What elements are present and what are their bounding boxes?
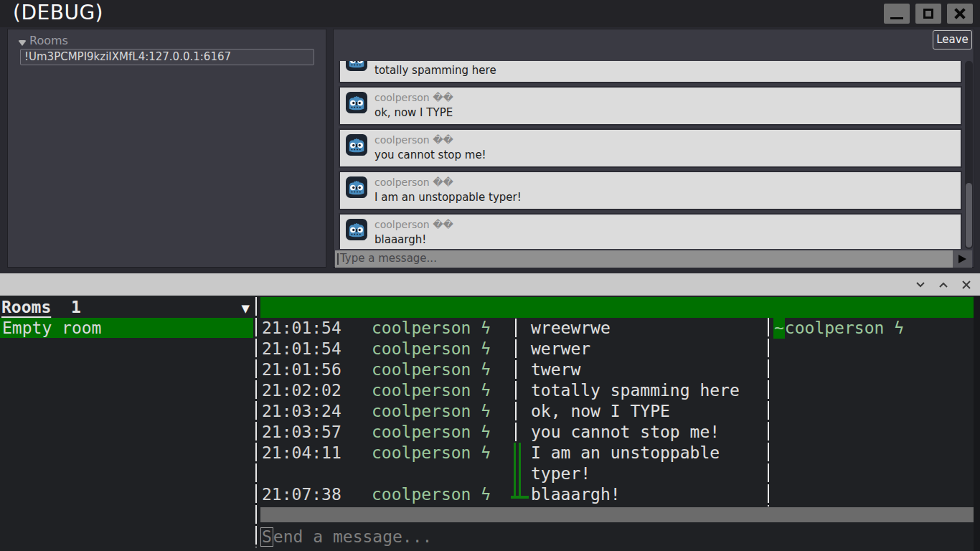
line-marker	[514, 463, 531, 484]
line-text: you cannot stop me!	[531, 422, 974, 443]
line-marker	[514, 359, 531, 380]
chevron-up-icon[interactable]	[937, 278, 950, 291]
terminal-line[interactable]: 21:01:56 coolperson ϟ twerw	[260, 359, 974, 380]
line-author: coolperson ϟ	[372, 401, 514, 422]
maximize-button[interactable]	[915, 4, 941, 24]
terminal-line[interactable]: 21:01:54 coolperson ϟ werwer	[260, 339, 974, 359]
chat-message-card[interactable]: coolperson �� blaaargh!	[339, 213, 962, 249]
minimize-button[interactable]	[884, 4, 910, 24]
message-text: ok, now I TYPE	[374, 105, 453, 121]
terminal-rooms-label: Rooms	[1, 298, 51, 316]
message-text: I am an unstoppable typer!	[374, 189, 522, 205]
text-caret	[337, 253, 339, 265]
chat-scrollbar[interactable]	[965, 61, 973, 249]
line-text: wreewrwe	[531, 318, 974, 339]
terminal-line[interactable]: 21:03:24 coolperson ϟ ok, now I TYPE	[260, 401, 974, 422]
terminal-line-list[interactable]: 21:01:54 coolperson ϟ wreewrwe 21:01:54 …	[260, 318, 974, 505]
line-author: coolperson ϟ	[372, 318, 514, 339]
debug-window: (DEBUG) Rooms !Um3PCMPI9kziIXMfL4:127.0.…	[0, 0, 980, 273]
line-author: coolperson ϟ	[372, 339, 514, 359]
send-button[interactable]	[953, 250, 972, 268]
maximize-icon	[923, 9, 933, 19]
chat-input-placeholder: Type a message...	[340, 252, 437, 265]
godot-avatar-icon	[346, 61, 367, 71]
godot-avatar-icon	[346, 176, 367, 198]
close-icon	[953, 7, 966, 20]
line-author: coolperson ϟ	[372, 359, 514, 380]
chat-scrollbar-thumb[interactable]	[966, 183, 972, 248]
chat-message-card[interactable]: coolperson �� totally spamming here	[339, 61, 962, 83]
line-time: 21:02:02	[260, 380, 372, 401]
terminal-line[interactable]: 21:04:11 coolperson ϟ I am an unstoppabl…	[260, 443, 974, 463]
message-author: coolperson ��	[374, 217, 453, 232]
message-text: blaaargh!	[374, 232, 453, 248]
line-time: 21:01:54	[260, 318, 372, 339]
member-list-item[interactable]: ~coolperson ϟ	[773, 318, 904, 339]
terminal-line[interactable]: 21:03:57 coolperson ϟ you cannot stop me…	[260, 422, 974, 443]
terminal-room-selected[interactable]: Empty room	[0, 318, 253, 338]
chat-message-card[interactable]: coolperson �� ok, now I TYPE	[339, 86, 962, 126]
line-time: 21:04:11	[260, 443, 372, 463]
panel-close-icon[interactable]	[960, 278, 973, 291]
terminal-line[interactable]: 21:07:38 coolperson ϟ blaaargh!	[260, 484, 974, 505]
send-icon	[958, 255, 966, 263]
room-tree-item[interactable]: !Um3PCMPI9kziIXMfL4:127.0.0.1:6167	[20, 49, 314, 65]
line-text: totally spamming here	[531, 380, 974, 401]
member-power-prefix: ~	[773, 318, 785, 339]
chat-message-list[interactable]: coolperson �� totally spamming here cool…	[339, 61, 963, 249]
line-marker	[514, 443, 531, 463]
godot-avatar-icon	[346, 134, 367, 156]
line-time: 21:01:56	[260, 359, 372, 380]
member-bolt-icon: ϟ	[894, 319, 904, 337]
line-text: blaaargh!	[531, 484, 974, 505]
line-author: coolperson ϟ	[372, 484, 514, 505]
line-text: typer!	[531, 463, 974, 484]
godot-avatar-icon	[346, 92, 367, 113]
line-author: coolperson ϟ	[372, 422, 514, 443]
leave-button[interactable]: Leave	[933, 30, 972, 50]
terminal-panel[interactable]: Rooms 1 ▼ Empty room 21:01:54 coolperson…	[0, 296, 980, 551]
members-separator	[768, 318, 769, 507]
line-author	[372, 463, 514, 484]
line-text: ok, now I TYPE	[531, 401, 974, 422]
line-time	[260, 463, 372, 484]
message-text: totally spamming here	[374, 62, 496, 78]
terminal-rooms-count: 1	[71, 298, 81, 316]
terminal-status-bar	[260, 507, 974, 522]
line-text: I am an unstoppable	[531, 443, 974, 463]
terminal-rooms-header[interactable]: Rooms 1 ▼	[1, 297, 255, 318]
line-author: coolperson ϟ	[372, 380, 514, 401]
chat-message-input[interactable]: Type a message...	[335, 250, 953, 268]
close-button[interactable]	[947, 4, 973, 24]
room-topic-bar	[260, 297, 974, 318]
line-text: twerw	[531, 359, 974, 380]
rooms-separator	[255, 297, 257, 547]
message-author: coolperson ��	[374, 175, 522, 189]
chat-message-card[interactable]: coolperson �� you cannot stop me!	[339, 128, 962, 168]
chevron-down-icon[interactable]	[914, 278, 927, 291]
line-marker	[514, 401, 531, 422]
line-author: coolperson ϟ	[372, 443, 514, 463]
terminal-message-input[interactable]: Send a message...	[260, 527, 432, 547]
chat-panel: Leave coolperson �� totally spamming her…	[333, 29, 974, 268]
member-name: coolperson	[785, 319, 884, 337]
line-time: 21:07:38	[260, 484, 372, 505]
line-time: 21:03:24	[260, 401, 372, 422]
message-author: coolperson ��	[374, 133, 486, 147]
line-text: werwer	[531, 339, 974, 359]
terminal-input-placeholder: end a message...	[273, 527, 433, 546]
line-marker	[514, 484, 531, 505]
terminal-line[interactable]: 21:02:02 coolperson ϟ totally spamming h…	[260, 380, 974, 401]
line-marker	[514, 380, 531, 401]
rooms-tree-label: Rooms	[29, 34, 68, 47]
rooms-panel: Rooms !Um3PCMPI9kziIXMfL4:127.0.0.1:6167	[7, 29, 326, 268]
godot-avatar-icon	[346, 219, 367, 240]
message-author: coolperson ��	[374, 90, 453, 105]
minimize-icon	[890, 17, 903, 19]
rooms-dropdown-icon[interactable]: ▼	[242, 298, 250, 319]
terminal-cursor: S	[260, 527, 273, 547]
terminal-line[interactable]: typer!	[260, 463, 974, 484]
chat-message-card[interactable]: coolperson �� I am an unstoppable typer!	[339, 171, 962, 210]
line-time: 21:01:54	[260, 339, 372, 359]
tree-collapse-icon[interactable]	[18, 40, 27, 46]
